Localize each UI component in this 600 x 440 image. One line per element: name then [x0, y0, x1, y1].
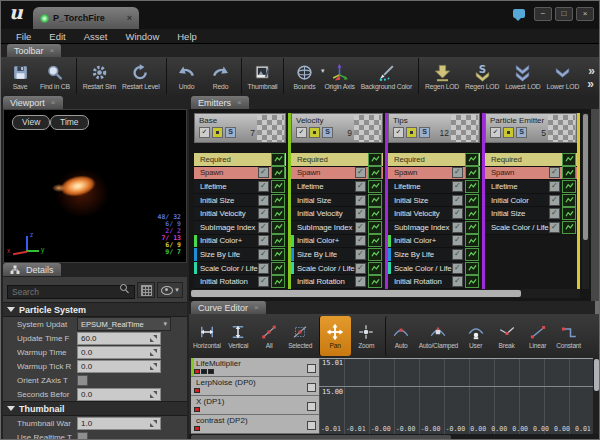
toolbar-button[interactable]: Origin Axis — [321, 58, 357, 94]
curve-toolbar-button[interactable]: User — [460, 316, 491, 356]
module-enable-checkbox[interactable] — [355, 195, 366, 206]
curve-toolbar-button[interactable]: Zoom — [351, 316, 382, 356]
value-input[interactable]: 0.0 — [77, 388, 161, 401]
category-thumbnail[interactable]: Thumbnail — [3, 401, 187, 416]
module-row[interactable]: Spawn — [388, 167, 480, 181]
curve-vertical-scrollbar[interactable] — [593, 358, 600, 434]
module-row[interactable]: Lifetime — [291, 180, 383, 194]
module-graph-button[interactable] — [271, 234, 285, 247]
expander-icon[interactable] — [150, 391, 157, 398]
module-enable-checkbox[interactable] — [258, 208, 269, 219]
module-enable-checkbox[interactable] — [355, 249, 366, 260]
module-row[interactable]: Size By Life — [388, 248, 480, 262]
module-row[interactable]: SubImage Index — [194, 221, 286, 235]
module-graph-button[interactable] — [271, 221, 285, 234]
module-enable-checkbox[interactable] — [258, 167, 269, 178]
module-row[interactable]: Required — [485, 153, 577, 167]
menu-item[interactable]: Asset — [75, 31, 117, 42]
module-row[interactable]: Required — [194, 153, 286, 167]
module-row[interactable]: Initial Size — [291, 194, 383, 208]
emitter-solo-icon[interactable]: S — [419, 127, 430, 138]
module-row[interactable]: Spawn — [485, 167, 577, 181]
feedback-bubble-icon[interactable] — [513, 9, 525, 18]
tab-emitters[interactable]: Emitters × — [191, 96, 249, 109]
dropdown-select[interactable]: EPSUM_RealTime▾ — [77, 317, 171, 331]
curve-track[interactable]: X (DP1) — [191, 396, 319, 415]
emitter-burst-icon[interactable] — [503, 127, 514, 138]
emitter-enable-checkbox[interactable]: ✓ — [199, 127, 210, 138]
category-particle-system[interactable]: Particle System — [3, 302, 187, 317]
search-input[interactable] — [7, 285, 135, 299]
module-graph-button[interactable] — [465, 262, 479, 275]
module-row[interactable]: Required — [388, 153, 480, 167]
module-row[interactable]: Required — [291, 153, 383, 167]
module-graph-button[interactable] — [368, 180, 382, 193]
curve-track-checkbox[interactable] — [307, 364, 316, 373]
curve-toolbar-button[interactable]: Horizontal — [191, 316, 223, 356]
close-button[interactable]: × — [576, 7, 594, 21]
value-input[interactable]: 0.0 — [77, 360, 161, 373]
close-icon[interactable]: × — [127, 13, 132, 23]
module-enable-checkbox[interactable] — [452, 181, 463, 192]
module-row[interactable]: Initial Rotation — [291, 275, 383, 289]
property-control[interactable]: EPSUM_RealTime▾ EPSUM_RealTime — [77, 317, 171, 331]
module-enable-checkbox[interactable] — [355, 235, 366, 246]
module-enable-checkbox[interactable] — [452, 222, 463, 233]
curve-track-checkbox[interactable] — [307, 421, 316, 430]
curve-toolbar-button[interactable]: Auto — [385, 316, 417, 356]
module-graph-button[interactable] — [465, 153, 479, 166]
module-row[interactable]: Initial Size — [388, 194, 480, 208]
checkbox[interactable] — [77, 375, 88, 386]
module-row[interactable]: Initial Color — [485, 194, 577, 208]
curve-toolbar-button[interactable]: Linear — [522, 316, 553, 356]
toolbar-button[interactable]: Redo — [204, 58, 238, 94]
module-enable-checkbox[interactable] — [452, 167, 463, 178]
curve-horizontal-scrollbar[interactable] — [189, 434, 600, 440]
emitter-thumbnail[interactable] — [451, 115, 478, 142]
curve-track-checkbox[interactable] — [307, 383, 316, 392]
module-row[interactable]: Initial Color+ — [291, 235, 383, 249]
module-row[interactable]: Initial Size — [485, 207, 577, 221]
curve-color-chip[interactable] — [194, 407, 200, 412]
module-graph-button[interactable] — [465, 166, 479, 179]
curve-track[interactable]: LifeMultiplier — [191, 358, 319, 377]
emitter-enable-checkbox[interactable]: ✓ — [490, 127, 501, 138]
property-control[interactable]: ▾ — [77, 375, 88, 386]
module-graph-button[interactable] — [368, 207, 382, 220]
curve-color-chip[interactable] — [194, 426, 200, 431]
property-control[interactable]: 60.0▾ 60.0 — [77, 332, 161, 345]
module-row[interactable]: Scale Color / Life+ — [291, 262, 383, 276]
module-row[interactable]: Scale Color / Life — [485, 221, 577, 235]
tab-curve-editor[interactable]: Curve Editor × — [191, 301, 266, 314]
module-enable-checkbox[interactable] — [452, 263, 463, 274]
module-graph-button[interactable] — [271, 180, 285, 193]
toolbar-button[interactable]: Lowest LOD — [502, 58, 543, 94]
module-enable-checkbox[interactable] — [258, 195, 269, 206]
curve-track[interactable]: contrast (DP2) — [191, 415, 319, 434]
toolbar-button[interactable]: Restart Level — [119, 58, 162, 94]
module-graph-button[interactable] — [465, 275, 479, 288]
module-row[interactable]: Scale Color / Life+ — [194, 262, 286, 276]
module-graph-button[interactable] — [562, 153, 576, 166]
close-icon[interactable]: × — [237, 98, 242, 107]
toolbar-button[interactable]: ▾ Bounds — [283, 58, 321, 94]
module-graph-button[interactable] — [271, 166, 285, 179]
toolbar-button[interactable]: Regen LOD — [462, 58, 502, 94]
toolbar-button[interactable]: Background Color — [358, 58, 415, 94]
view-options-button[interactable]: ▾ — [157, 282, 183, 298]
menu-item[interactable]: Window — [116, 31, 168, 42]
curve-color-chip[interactable] — [194, 369, 200, 374]
module-graph-button[interactable] — [562, 166, 576, 179]
close-icon[interactable]: × — [51, 98, 56, 107]
curve-color-chip[interactable] — [194, 388, 200, 393]
module-graph-button[interactable] — [368, 194, 382, 207]
module-enable-checkbox[interactable] — [452, 249, 463, 260]
module-row[interactable]: Lifetime — [485, 180, 577, 194]
module-graph-button[interactable] — [271, 207, 285, 220]
module-graph-button[interactable] — [562, 221, 576, 234]
toolbar-button[interactable]: Save — [3, 58, 37, 94]
emitter-header[interactable]: Tips ✓ S 12 — [388, 113, 480, 143]
emitter-burst-icon[interactable] — [309, 127, 320, 138]
module-graph-button[interactable] — [368, 248, 382, 261]
asset-tab[interactable]: P_TorchFire × — [33, 7, 139, 29]
